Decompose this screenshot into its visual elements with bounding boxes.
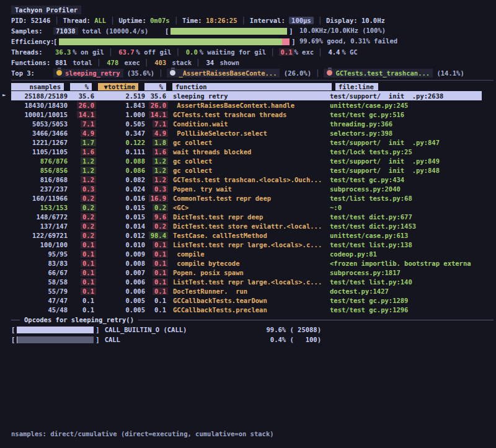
table-row[interactable]: ► 137/147 0.2 0.014 0.2 DictTest.test_st… xyxy=(11,221,496,231)
pct-direct-cell: 0.1 xyxy=(69,250,96,258)
table-row[interactable]: ► 160/11966 0.2 0.016 16.9 CommonTest.te… xyxy=(11,193,496,203)
tottime-cell: 0.007 xyxy=(96,269,147,276)
thread-stat: │4.4% GC xyxy=(314,48,358,56)
top3-entry[interactable]: │sleeping_retry (35.6%) xyxy=(53,69,154,77)
column-header-nsamples[interactable]: nsamples xyxy=(11,83,64,90)
pid-label: PID: xyxy=(11,17,27,24)
nsamples-cell: 148/6772 xyxy=(11,213,69,221)
opcodes-list: [ ] CALL_BUILTIN_O (CALL) 99.6% ( 25088)… xyxy=(0,325,496,345)
pct-cumulative-cell: 0.2 xyxy=(147,222,168,230)
table-row[interactable]: ► 58/58 0.1 0.006 0.1 ListTest.test_repr… xyxy=(11,277,496,286)
function-name-cell: sleeping_retry xyxy=(168,92,325,100)
tottime-cell: 0.082 xyxy=(96,176,147,183)
table-row[interactable]: ► 25188/25189 35.6 2.519 35.6 sleeping_r… xyxy=(11,91,482,100)
top3-percent: (14.1%) xyxy=(436,69,464,77)
opcode-name: CALL xyxy=(100,336,120,343)
file-line-cell: test/test_gc.py:516 xyxy=(330,111,404,118)
top3-entry[interactable]: │_AssertRaisesBaseConte... (26.0%) xyxy=(154,69,311,77)
function-name-cell: gc_collect xyxy=(168,157,325,165)
table-row[interactable]: ► 10001/10015 14.1 1.000 14.1 GCTests.te… xyxy=(11,110,496,119)
function-stat-label: stack xyxy=(172,59,192,66)
thread-stat-label: % on gil xyxy=(73,48,104,56)
interval-label: Interval: xyxy=(250,17,285,24)
table-row[interactable]: ► 816/868 1.2 0.082 1.2 GCTests.test_tra… xyxy=(11,175,496,184)
status-line: PID: 52146 │ Thread: ALL │ Uptime: 0m07s… xyxy=(0,15,496,25)
table-row[interactable]: ► 876/876 1.2 0.088 1.2 gc_collect test/… xyxy=(11,156,496,165)
tottime-cell: 0.010 xyxy=(96,241,147,248)
table-row[interactable]: ► 122/69721 0.2 0.012 98.4 TestCase._cal… xyxy=(11,231,496,240)
table-row[interactable]: ► 55/79 0.1 0.006 0.1 DocTestRunner.__ru… xyxy=(11,286,496,296)
samples-suffix: total (10000.4/s) xyxy=(82,27,148,35)
top3-name-box: _AssertRaisesBaseConte... xyxy=(167,69,280,77)
table-row[interactable]: ► 100/100 0.1 0.010 0.1 ListTest.test_re… xyxy=(11,240,496,249)
thread-stat-value: 63.7 xyxy=(117,48,136,56)
tottime-cell: 2.519 xyxy=(96,92,147,100)
divider-line-right xyxy=(138,320,494,320)
tottime-cell: 0.012 xyxy=(96,232,147,239)
pct-cumulative-cell: 0.3 xyxy=(147,185,168,193)
file-line-cell: <frozen importlib._bootstrap_externa xyxy=(330,260,471,267)
threads-items: │36.3% on gil │63.7% off gil │0.0% waiti… xyxy=(53,48,358,56)
table-row[interactable]: ► 148/6772 0.2 0.015 9.6 DictTest.test_r… xyxy=(11,212,496,221)
table-row[interactable]: ► 66/67 0.1 0.007 0.1 Popen._posix_spawn… xyxy=(11,268,496,277)
table-row[interactable]: ► 95/95 0.1 0.009 0.1 _compile codeop.py… xyxy=(11,249,496,258)
file-line-cell: test/support/__init__.py:2638 xyxy=(330,92,443,100)
function-name-cell: GCCallbackTests.preclean xyxy=(168,306,325,314)
functions-line: Functions: │881 total │478 exec │403 sta… xyxy=(0,57,496,68)
separator: │ xyxy=(154,69,167,77)
file-line-cell: subprocess.py:2040 xyxy=(330,185,401,193)
column-header-pct-direct[interactable]: % xyxy=(70,83,92,90)
file-line-cell: test/test_list.py:138 xyxy=(330,241,412,248)
table-row[interactable]: ► 18430/18430 26.0 1.843 26.0 _AssertRai… xyxy=(11,100,496,110)
table-row[interactable]: ► 1105/1105 1.6 0.111 1.6 wait_threads_b… xyxy=(11,147,496,156)
nsamples-cell: 137/147 xyxy=(11,222,69,230)
table-row[interactable]: ► 856/856 1.2 0.086 1.2 gc_collect test/… xyxy=(11,165,496,175)
table-row[interactable]: ► 83/83 0.1 0.008 0.1 _compile_bytecode … xyxy=(11,258,496,268)
function-name-cell: _AssertRaisesBaseContext.handle xyxy=(168,102,325,109)
file-line-cell: selectors.py:398 xyxy=(330,130,392,137)
nsamples-cell: 3466/3466 xyxy=(11,130,69,137)
table-row[interactable]: ► 153/153 0.2 0.015 0.2 <GC> ~:0 xyxy=(11,203,496,212)
bracket-open: [ xyxy=(165,27,169,35)
table-row[interactable]: ► 3466/3466 4.9 0.347 4.9 _PollLikeSelec… xyxy=(11,128,496,138)
pct-direct-cell: 0.2 xyxy=(69,195,96,202)
pct-direct-cell: 1.7 xyxy=(69,139,96,146)
tottime-cell: 0.024 xyxy=(96,185,147,193)
column-header-pct-cumulative[interactable]: % xyxy=(144,83,166,90)
tottime-cell: 0.005 xyxy=(96,297,147,304)
thread-value[interactable]: ALL xyxy=(94,17,106,24)
opcodes-section-divider: Opcodes for sleeping_retry() xyxy=(11,315,494,324)
threads-line: Threads: │36.3% on gil │63.7% off gil │0… xyxy=(0,46,496,57)
function-name-cell: DictTest.test_repr_deep xyxy=(168,213,325,221)
separator: │ xyxy=(311,69,324,77)
nsamples-cell: 816/868 xyxy=(11,176,69,183)
tottime-cell: 0.122 xyxy=(96,139,147,146)
table-row[interactable]: ► 5053/5053 7.1 0.505 7.1 Condition.wait… xyxy=(11,119,496,128)
pct-direct-cell: 0.1 xyxy=(69,269,96,276)
thread-stat-label: % off gil xyxy=(136,48,172,56)
table-row[interactable]: ► 1221/1267 1.7 0.122 1.8 gc_collect tes… xyxy=(11,138,496,147)
file-line-cell: test/test_dict.py:677 xyxy=(330,213,412,221)
functions-items: │881 total │478 exec │403 stack │34 show… xyxy=(53,59,239,66)
efficiency-text: 99.69% good, 0.31% failed xyxy=(299,37,397,45)
column-header-file-line[interactable]: file:line xyxy=(335,83,378,90)
top3-name-box: GCTests.test_trashcan... xyxy=(324,69,433,77)
tottime-cell: 0.014 xyxy=(96,222,147,230)
table-row[interactable]: ► 45/48 0.1 0.005 0.1 GCCallbackTests.pr… xyxy=(11,305,496,314)
efficiency-label: Efficiency: xyxy=(11,38,55,45)
column-header-function[interactable]: function xyxy=(172,83,332,90)
top3-entry[interactable]: │GCTests.test_trashcan... (14.1%) xyxy=(311,69,464,77)
column-header-tottime-sorted[interactable]: ▼tottime xyxy=(98,83,138,90)
file-line-cell: test/lock_tests.py:25 xyxy=(330,148,412,156)
table-row[interactable]: ► 237/237 0.3 0.024 0.3 Popen._try_wait … xyxy=(11,184,496,193)
table-row[interactable]: ► 47/47 0.1 0.005 0.1 GCCallbackTests.te… xyxy=(11,296,496,305)
thread-stat-value: 4.4 xyxy=(326,48,342,56)
medal-icon xyxy=(56,70,62,76)
file-line-cell: test/test_gc.py:1289 xyxy=(330,297,408,304)
time-label: Time: xyxy=(182,17,202,24)
footer-legend-line: nsamples: direct/cumulative (direct=exec… xyxy=(11,429,274,439)
file-line-cell: test/support/__init__.py:847 xyxy=(330,139,440,146)
pct-direct-cell: 0.1 xyxy=(69,260,96,267)
bracket-close: ] xyxy=(289,27,293,35)
uptime-value: 0m07s xyxy=(150,17,170,24)
